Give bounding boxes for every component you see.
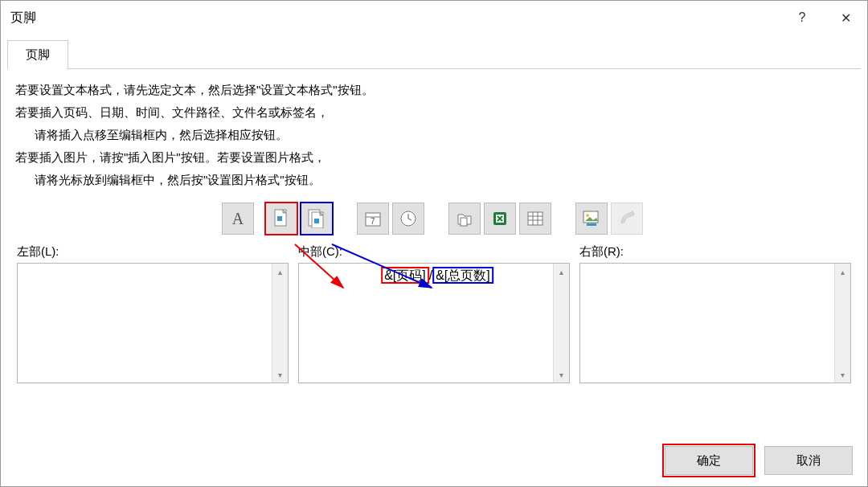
dialog-content: 若要设置文本格式，请先选定文本，然后选择"设置文本格式"按钮。 若要插入页码、日… <box>7 68 861 428</box>
tab-footer[interactable]: 页脚 <box>7 40 68 69</box>
insert-total-pages-button[interactable] <box>301 203 333 235</box>
insert-page-number-button[interactable] <box>265 203 297 235</box>
insert-file-path-button[interactable] <box>448 203 481 235</box>
insert-picture-button[interactable] <box>575 203 608 235</box>
help-button[interactable]: ? <box>780 1 824 35</box>
center-content: &[页码]/&[总页数] <box>381 267 493 284</box>
svg-rect-1 <box>277 216 282 221</box>
dialog-title: 页脚 <box>10 10 36 27</box>
file-name-icon <box>491 210 509 227</box>
center-section: 中部(C): &[页码]/&[总页数] ▴ ▾ <box>298 244 570 419</box>
scrollbar[interactable]: ▴ ▾ <box>553 264 569 383</box>
ok-button[interactable]: 确定 <box>665 446 753 475</box>
scroll-up-icon[interactable]: ▴ <box>272 264 289 280</box>
insert-sheet-name-button[interactable] <box>519 203 551 235</box>
text-a-icon: A <box>232 210 244 228</box>
scroll-down-icon[interactable]: ▾ <box>835 366 851 383</box>
insert-file-name-button[interactable] <box>484 203 516 235</box>
right-section: 右部(R): ▴ ▾ <box>579 244 851 419</box>
instruction-line: 若要插入图片，请按"插入图片"按钮。若要设置图片格式， <box>15 146 853 169</box>
instruction-line: 若要设置文本格式，请先选定文本，然后选择"设置文本格式"按钮。 <box>15 79 853 101</box>
date-icon: 7 <box>364 210 382 227</box>
center-textarea[interactable]: &[页码]/&[总页数] ▴ ▾ <box>298 263 570 383</box>
scroll-up-icon[interactable]: ▴ <box>554 264 570 280</box>
svg-rect-4 <box>314 219 319 223</box>
svg-rect-23 <box>587 223 596 226</box>
svg-rect-11 <box>461 218 467 226</box>
format-picture-button <box>611 203 643 235</box>
file-path-icon <box>456 210 473 227</box>
tab-strip: 页脚 <box>1 39 867 68</box>
dialog-footer: 确定 取消 <box>1 435 867 486</box>
scroll-down-icon[interactable]: ▾ <box>554 366 570 383</box>
insert-time-button[interactable] <box>392 203 424 235</box>
section-fields: 左部(L): ▴ ▾ 中部(C): &[页码]/&[总页数] <box>15 244 853 419</box>
window-controls: ? ✕ <box>780 1 867 35</box>
total-pages-icon <box>307 209 326 228</box>
text-format-button[interactable]: A <box>222 203 254 235</box>
center-section-label: 中部(C): <box>298 244 570 260</box>
close-button[interactable]: ✕ <box>824 1 867 35</box>
scrollbar[interactable]: ▴ ▾ <box>834 264 850 383</box>
instruction-line: 若要插入页码、日期、时间、文件路径、文件名或标签名， <box>15 101 853 124</box>
insert-picture-icon <box>582 210 601 227</box>
left-textarea[interactable]: ▴ ▾ <box>17 263 289 383</box>
sheet-name-icon <box>526 210 544 227</box>
right-section-label: 右部(R): <box>579 244 851 260</box>
svg-rect-16 <box>528 212 542 225</box>
insert-date-button[interactable]: 7 <box>357 203 389 235</box>
toolbar: A 7 <box>15 203 853 236</box>
scroll-down-icon[interactable]: ▾ <box>272 366 289 383</box>
left-section-label: 左部(L): <box>17 244 289 260</box>
left-section: 左部(L): ▴ ▾ <box>17 244 289 419</box>
page-number-icon <box>273 209 289 228</box>
total-pages-token: &[总页数] <box>432 267 493 284</box>
instruction-text: 若要设置文本格式，请先选定文本，然后选择"设置文本格式"按钮。 若要插入页码、日… <box>15 79 853 191</box>
format-picture-icon <box>618 210 636 227</box>
svg-point-22 <box>586 214 589 217</box>
page-number-token: &[页码] <box>381 267 429 284</box>
titlebar: 页脚 ? ✕ <box>1 1 867 35</box>
scrollbar[interactable]: ▴ ▾ <box>272 264 288 383</box>
svg-text:7: 7 <box>371 217 375 226</box>
cancel-button[interactable]: 取消 <box>764 446 853 475</box>
scroll-up-icon[interactable]: ▴ <box>835 264 851 280</box>
instruction-line: 请将插入点移至编辑框内，然后选择相应按钮。 <box>15 124 853 146</box>
footer-dialog: 页脚 ? ✕ 页脚 若要设置文本格式，请先选定文本，然后选择"设置文本格式"按钮… <box>0 0 868 487</box>
time-icon <box>399 210 417 227</box>
right-textarea[interactable]: ▴ ▾ <box>579 263 851 383</box>
instruction-line: 请将光标放到编辑框中，然后按"设置图片格式"按钮。 <box>15 169 853 191</box>
